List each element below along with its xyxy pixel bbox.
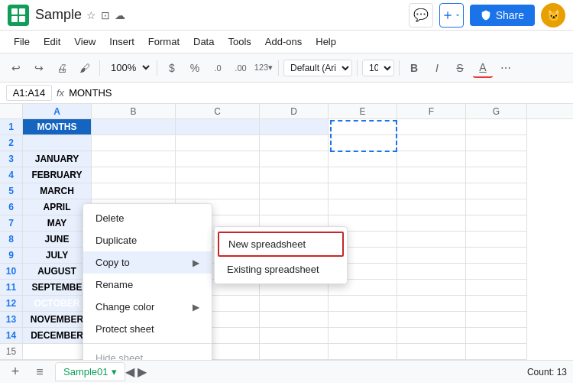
cell-a10[interactable]: AUGUST bbox=[23, 264, 92, 280]
sheet-tab-sample01[interactable]: Sample01 ▾ bbox=[55, 362, 125, 381]
cell-d5[interactable] bbox=[260, 183, 329, 199]
row-num-2[interactable]: 2 bbox=[0, 135, 23, 151]
cell-b2[interactable] bbox=[92, 135, 176, 151]
cell-f4[interactable] bbox=[397, 167, 466, 183]
cell-e1[interactable] bbox=[329, 119, 397, 135]
decimal-increase-button[interactable]: .00 bbox=[231, 58, 251, 78]
cell-f3[interactable] bbox=[397, 151, 466, 167]
menu-addons[interactable]: Add-ons bbox=[259, 34, 308, 50]
cell-f9[interactable] bbox=[397, 248, 466, 264]
cell-a8[interactable]: JUNE bbox=[23, 232, 92, 248]
drive-icon[interactable]: ⊡ bbox=[101, 9, 110, 21]
cell-g10[interactable] bbox=[466, 264, 527, 280]
sheet-menu-button[interactable]: ≡ bbox=[31, 363, 49, 381]
col-header-c[interactable]: C bbox=[176, 104, 260, 118]
context-menu-protect-sheet[interactable]: Protect sheet bbox=[83, 318, 212, 340]
cloud-icon[interactable]: ☁ bbox=[115, 9, 125, 21]
scroll-left-icon[interactable]: ◀ bbox=[125, 364, 134, 379]
cell-a12[interactable]: OCTOBER bbox=[23, 296, 92, 312]
cell-g5[interactable] bbox=[466, 183, 527, 199]
cell-b1[interactable] bbox=[92, 119, 176, 135]
context-menu-duplicate[interactable]: Duplicate bbox=[83, 229, 212, 251]
more-options-button[interactable]: ⋯ bbox=[496, 58, 516, 78]
bold-button[interactable]: B bbox=[404, 58, 424, 78]
cell-f11[interactable] bbox=[397, 280, 466, 296]
context-menu-rename[interactable]: Rename bbox=[83, 274, 212, 296]
context-menu-copy-to[interactable]: Copy to ▶ bbox=[83, 251, 212, 274]
row-num-5[interactable]: 5 bbox=[0, 183, 23, 199]
menu-file[interactable]: File bbox=[8, 34, 36, 50]
cell-f10[interactable] bbox=[397, 264, 466, 280]
percent-button[interactable]: % bbox=[185, 58, 205, 78]
cell-f1[interactable] bbox=[397, 119, 466, 135]
cell-e3[interactable] bbox=[329, 151, 397, 167]
cell-a7[interactable]: MAY bbox=[23, 215, 92, 232]
cell-c3[interactable] bbox=[176, 151, 260, 167]
font-select[interactable]: Default (Ari... bbox=[283, 60, 352, 76]
col-header-b[interactable]: B bbox=[92, 104, 176, 118]
doc-title[interactable]: Sample bbox=[35, 7, 82, 23]
row-num-15[interactable]: 15 bbox=[0, 344, 23, 360]
cell-d3[interactable] bbox=[260, 151, 329, 167]
cell-f12[interactable] bbox=[397, 296, 466, 312]
cell-f15[interactable] bbox=[397, 344, 466, 360]
cell-g4[interactable] bbox=[466, 167, 527, 183]
paint-format-button[interactable]: 🖌 bbox=[75, 58, 95, 78]
share-button[interactable]: Share bbox=[470, 5, 535, 26]
cell-d14[interactable] bbox=[260, 328, 329, 344]
cell-b4[interactable] bbox=[92, 167, 176, 183]
cell-g6[interactable] bbox=[466, 199, 527, 215]
star-icon[interactable]: ☆ bbox=[86, 9, 96, 21]
cell-a2[interactable] bbox=[23, 135, 92, 151]
cell-a6[interactable]: APRIL bbox=[23, 199, 92, 215]
cell-f6[interactable] bbox=[397, 199, 466, 215]
cell-e15[interactable] bbox=[329, 344, 397, 360]
scroll-right-icon[interactable]: ▶ bbox=[138, 364, 147, 379]
context-menu-delete[interactable]: Delete bbox=[83, 207, 212, 229]
col-header-g[interactable]: G bbox=[466, 104, 527, 118]
col-header-a[interactable]: A bbox=[23, 104, 92, 118]
cell-g14[interactable] bbox=[466, 328, 527, 344]
cell-a13[interactable]: NOVEMBER bbox=[23, 312, 92, 328]
submenu-new-spreadsheet[interactable]: New spreadsheet bbox=[218, 232, 344, 257]
cell-a14[interactable]: DECEMBER bbox=[23, 328, 92, 344]
cell-reference-input[interactable] bbox=[6, 85, 52, 101]
cell-g3[interactable] bbox=[466, 151, 527, 167]
row-num-7[interactable]: 7 bbox=[0, 215, 23, 232]
submenu-existing-spreadsheet[interactable]: Existing spreadsheet bbox=[215, 258, 347, 280]
row-num-12[interactable]: 12 bbox=[0, 296, 23, 312]
cell-f8[interactable] bbox=[397, 232, 466, 248]
currency-button[interactable]: $ bbox=[162, 58, 182, 78]
add-people-button[interactable] bbox=[439, 3, 464, 28]
row-num-13[interactable]: 13 bbox=[0, 312, 23, 328]
row-num-6[interactable]: 6 bbox=[0, 199, 23, 215]
cell-a4[interactable]: FEBRUARY bbox=[23, 167, 92, 183]
number-format-button[interactable]: 123▾ bbox=[254, 58, 274, 78]
cell-c2[interactable] bbox=[176, 135, 260, 151]
cell-c4[interactable] bbox=[176, 167, 260, 183]
cell-g15[interactable] bbox=[466, 344, 527, 360]
col-header-e[interactable]: E bbox=[329, 104, 397, 118]
cell-a5[interactable]: MARCH bbox=[23, 183, 92, 199]
menu-view[interactable]: View bbox=[68, 34, 102, 50]
cell-f13[interactable] bbox=[397, 312, 466, 328]
cell-g1[interactable] bbox=[466, 119, 527, 135]
cell-d6[interactable] bbox=[260, 199, 329, 215]
cell-e5[interactable] bbox=[329, 183, 397, 199]
menu-insert[interactable]: Insert bbox=[103, 34, 141, 50]
strikethrough-button[interactable]: S bbox=[450, 58, 470, 78]
font-size-select[interactable]: 10 bbox=[362, 60, 394, 76]
cell-f14[interactable] bbox=[397, 328, 466, 344]
cell-a3[interactable]: JANUARY bbox=[23, 151, 92, 167]
cell-a15[interactable] bbox=[23, 344, 92, 360]
cell-a9[interactable]: JULY bbox=[23, 248, 92, 264]
row-num-8[interactable]: 8 bbox=[0, 232, 23, 248]
cell-e4[interactable] bbox=[329, 167, 397, 183]
italic-button[interactable]: I bbox=[427, 58, 447, 78]
row-num-1[interactable]: 1 bbox=[0, 119, 23, 135]
row-num-14[interactable]: 14 bbox=[0, 328, 23, 344]
add-sheet-button[interactable]: + bbox=[6, 363, 24, 381]
undo-button[interactable]: ↩ bbox=[6, 58, 26, 78]
cell-e6[interactable] bbox=[329, 199, 397, 215]
redo-button[interactable]: ↪ bbox=[29, 58, 49, 78]
